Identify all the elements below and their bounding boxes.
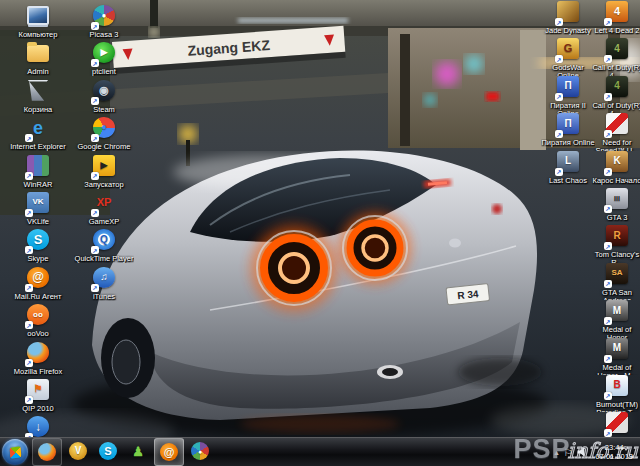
desktop-icon[interactable]: B ↗ Burnout(TM) Paradise T... xyxy=(594,375,640,412)
icon-column-left-2: ● ↗ Picasa 3 ▶ ↗ ptclient ◉ ↗ Steam ● ↗ … xyxy=(76,5,132,304)
clock-time: 23:44 xyxy=(605,443,624,452)
taskbar-app-icon: @ xyxy=(160,443,178,461)
desktop-icon[interactable]: M ↗ Medal of Honor xyxy=(594,300,640,337)
icon-label: VKLife xyxy=(8,218,68,226)
desktop-icon[interactable]: ▶ ↗ Запускатор xyxy=(76,155,132,192)
shortcut-arrow-icon: ↗ xyxy=(25,246,33,254)
desktop-icon[interactable]: @ ↗ Mail.Ru Агент xyxy=(10,267,66,304)
icon-label: Запускатор xyxy=(74,181,134,189)
desktop-icon[interactable]: ↗ Need for Speed™ U... xyxy=(594,113,640,150)
shortcut-arrow-icon: ↗ xyxy=(604,317,612,325)
app-icon xyxy=(27,6,49,25)
icon-label: Picasa 3 xyxy=(74,31,134,39)
shortcut-arrow-icon: ↗ xyxy=(91,172,99,180)
desktop-icon[interactable]: e ↗ Internet Explorer xyxy=(10,117,66,154)
icon-label: ooVoo xyxy=(8,330,68,338)
shortcut-arrow-icon: ↗ xyxy=(91,246,99,254)
desktop-icon[interactable]: S ↗ Skype xyxy=(10,229,66,266)
taskbar-app-mailru-agent[interactable]: @ xyxy=(154,438,184,466)
action-center-flag-icon[interactable]: ⚐ xyxy=(563,447,572,458)
icon-label: Admin xyxy=(8,68,68,76)
desktop-icon[interactable]: ↗ Компьютер xyxy=(10,5,66,42)
taskbar-app-picasa[interactable]: ● xyxy=(186,438,214,464)
taskbar-app-v-app[interactable]: V xyxy=(64,438,92,464)
taskbar-app-skype[interactable]: S xyxy=(94,438,122,464)
taskbar-app-icon xyxy=(38,443,56,461)
icon-label: Пиратия II Online xyxy=(541,102,595,113)
desktop-icon[interactable]: G ↗ GodsWar Online xyxy=(543,38,593,75)
icon-label: Call of Duty(R) 4 -... xyxy=(592,64,640,75)
icon-label: Call of Duty(R) 4 -... xyxy=(592,102,640,113)
desktop-icon[interactable]: M ↗ Medal of Honor - M... xyxy=(594,338,640,375)
desktop-icon[interactable]: oo ↗ ooVoo xyxy=(10,304,66,341)
desktop-icon[interactable]: R ↗ Tom Clancy's R... xyxy=(594,225,640,262)
icon-label: Skype xyxy=(8,255,68,263)
icon-label: Пиратия Online xyxy=(541,139,595,147)
volume-icon[interactable] xyxy=(577,447,587,457)
icon-label: WinRAR xyxy=(8,181,68,189)
taskbar-app-qip-green[interactable]: ♟ xyxy=(124,438,152,464)
desktop-icon[interactable]: П ↗ Пиратия Online xyxy=(543,113,593,150)
desktop-icon[interactable]: 4 ↗ Left 4 Dead 2 xyxy=(594,1,640,38)
desktop-icon[interactable]: K ↗ Карос Начало xyxy=(594,151,640,188)
desktop-icon[interactable]: Q ↗ QuickTime Player xyxy=(76,229,132,266)
desktop-icon[interactable]: III ↗ GTA 3 xyxy=(594,188,640,225)
shortcut-arrow-icon: ↗ xyxy=(555,130,563,138)
shortcut-arrow-icon: ↗ xyxy=(25,284,33,292)
desktop-icon[interactable]: 4 ↗ Call of Duty(R) 4 -... xyxy=(594,38,640,75)
desktop-icon[interactable]: XP ↗ GameXP xyxy=(76,192,132,229)
icon-label: GTA San Andreas xyxy=(592,289,640,300)
icon-label: GodsWar Online xyxy=(541,64,595,75)
shortcut-arrow-icon: ↗ xyxy=(91,22,99,30)
desktop-icon[interactable]: П ↗ Пиратия II Online xyxy=(543,76,593,113)
desktop-icon[interactable]: 4 ↗ Call of Duty(R) 4 -... xyxy=(594,76,640,113)
icon-label: Mozilla Firefox xyxy=(8,368,68,376)
icon-label: QIP 2010 xyxy=(8,405,68,413)
desktop-icon[interactable]: ◉ ↗ Steam xyxy=(76,80,132,117)
icon-label: Left 4 Dead 2 xyxy=(592,27,640,35)
icon-label: Medal of Honor xyxy=(592,326,640,337)
taskbar-apps: V S ♟ @ ● xyxy=(31,438,215,466)
shortcut-arrow-icon: ↗ xyxy=(604,18,612,26)
icon-label: Need for Speed™ U... xyxy=(592,139,640,150)
icon-label: GTA 3 xyxy=(592,214,640,222)
clock[interactable]: 23:44 07.01.2013 xyxy=(592,443,636,461)
shortcut-arrow-icon: ↗ xyxy=(91,284,99,292)
desktop-icon[interactable]: ⚑ ↗ QIP 2010 xyxy=(10,379,66,416)
desktop-icon[interactable]: ↗ Корзина xyxy=(10,80,66,117)
desktop-icon[interactable]: ▶ ↗ ptclient xyxy=(76,42,132,79)
icon-label: Steam xyxy=(74,106,134,114)
icon-label: Корзина xyxy=(8,106,68,114)
start-button[interactable] xyxy=(2,439,28,465)
icon-label: QuickTime Player xyxy=(74,255,134,263)
shortcut-arrow-icon: ↗ xyxy=(25,396,33,404)
show-hidden-icons-button[interactable]: ▴ xyxy=(554,448,558,457)
icon-label: Jade Dynasty xyxy=(541,27,595,35)
shortcut-arrow-icon: ↗ xyxy=(25,359,33,367)
icon-label: Last Chaos xyxy=(541,177,595,185)
desktop-icon[interactable]: ↗ Admin xyxy=(10,42,66,79)
desktop-icon[interactable]: ● ↗ Google Chrome xyxy=(76,117,132,154)
shortcut-arrow-icon: ↗ xyxy=(25,134,33,142)
icon-label: iTunes xyxy=(74,293,134,301)
desktop-icon[interactable]: VK ↗ VKLife xyxy=(10,192,66,229)
desktop: Zugang EKZ R 34 xyxy=(0,0,640,466)
windows-flag-icon xyxy=(9,446,21,459)
shortcut-arrow-icon: ↗ xyxy=(555,93,563,101)
icon-column-right-2: 4 ↗ Left 4 Dead 2 4 ↗ Call of Duty(R) 4 … xyxy=(594,1,640,450)
taskbar-app-firefox[interactable] xyxy=(32,438,62,466)
desktop-icon[interactable]: L ↗ Last Chaos xyxy=(543,151,593,188)
app-icon xyxy=(27,80,49,101)
shortcut-arrow-icon: ↗ xyxy=(604,242,612,250)
desktop-icon[interactable]: ↗ Jade Dynasty xyxy=(543,1,593,38)
desktop-icon[interactable]: ↗ Mozilla Firefox xyxy=(10,342,66,379)
desktop-icon[interactable]: ♫ ↗ iTunes xyxy=(76,267,132,304)
taskbar-app-icon: ● xyxy=(191,442,209,460)
shortcut-arrow-icon: ↗ xyxy=(25,321,33,329)
desktop-icon[interactable]: SA ↗ GTA San Andreas xyxy=(594,263,640,300)
shortcut-arrow-icon: ↗ xyxy=(91,97,99,105)
desktop-icon[interactable]: ● ↗ Picasa 3 xyxy=(76,5,132,42)
icon-label: ptclient xyxy=(74,68,134,76)
taskbar-app-icon: S xyxy=(99,442,117,460)
desktop-icon[interactable]: ↗ WinRAR xyxy=(10,155,66,192)
